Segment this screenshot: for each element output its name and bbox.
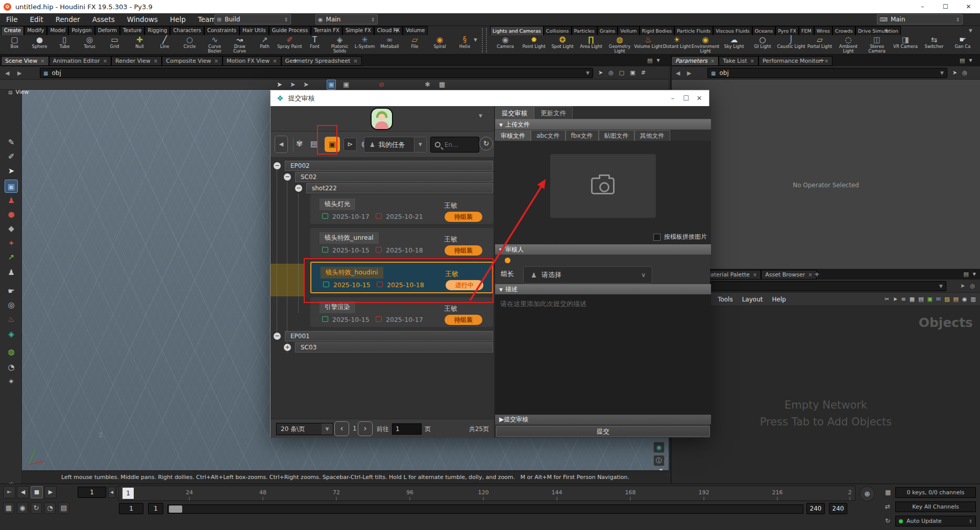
shelf-tab[interactable]: Texture — [120, 26, 145, 35]
stitch-checkbox[interactable] — [653, 234, 660, 241]
shelf-tool[interactable]: ▢ Box — [2, 35, 27, 55]
file-type-tab[interactable]: fbx文件 — [566, 130, 599, 141]
playbar-options-button[interactable]: ⊕ — [860, 486, 875, 501]
add-pane-tab-button[interactable]: + — [816, 56, 828, 65]
shelf-tool[interactable]: ☀ Distant Light — [663, 35, 691, 55]
path-tool-icon[interactable]: ➤ — [598, 69, 603, 76]
shelf-tab[interactable]: Terrain FX — [311, 26, 342, 35]
range-substart-field[interactable] — [148, 503, 163, 514]
shelf-tool[interactable]: ◍ Geometry Light — [605, 35, 634, 55]
camera-selector[interactable]: ◉ Main ⇕ — [315, 14, 378, 24]
shelf-tab[interactable]: Grains — [597, 26, 618, 35]
side-tool-icon[interactable]: ✴ — [5, 375, 18, 388]
video-filter-icon[interactable]: ⊳ — [344, 138, 357, 151]
side-tool-icon[interactable]: ● — [5, 208, 18, 221]
shelf-overflow-icon[interactable]: ▼ — [969, 28, 972, 33]
network-menu-item[interactable]: Tools — [713, 296, 738, 303]
shelf-tab[interactable]: FEM — [799, 26, 814, 35]
shelf-tool[interactable]: ∞ Metaball — [377, 35, 402, 55]
menu-item[interactable]: Help — [164, 15, 192, 23]
playbar-option-icon[interactable]: ▦ — [3, 502, 14, 514]
key-all-icon[interactable]: ⇄ — [885, 503, 890, 510]
pane-tab[interactable]: Scene View× — [1, 56, 49, 66]
close-tab-icon[interactable]: × — [353, 58, 357, 64]
shelf-tab[interactable]: Rigging — [144, 26, 170, 35]
pane-dropdown-icon[interactable]: ▼ — [973, 272, 976, 276]
viewport-tool-icon[interactable]: ▣ — [343, 80, 349, 89]
side-tool-icon[interactable]: ☛ — [5, 285, 18, 298]
shelf-tab[interactable]: Wires — [814, 26, 832, 35]
update-mode-selector[interactable]: Auto Update ⇕ — [895, 516, 976, 526]
close-tab-icon[interactable]: × — [710, 58, 715, 64]
shelf-tab[interactable]: Polygon — [68, 26, 94, 35]
shelf-tab[interactable]: Particle Fluids — [674, 26, 713, 35]
shelf-tool[interactable]: ∿ Curve Bezier — [202, 35, 227, 55]
menu-item[interactable]: Edit — [24, 15, 50, 23]
close-tab-icon[interactable]: × — [103, 58, 107, 64]
cook-refresh-icon[interactable]: ↻ — [885, 517, 890, 524]
shelf-tool[interactable]: ▱ File — [402, 35, 427, 55]
shelf-tab[interactable]: Modify — [24, 26, 47, 35]
reviewer-section-header[interactable]: ▼审核人 — [495, 244, 711, 255]
task-card[interactable]: 镜头特效_houdini 王敏 2025-10-15 2025-10-18 进行… — [310, 262, 493, 293]
pane-tab[interactable]: Take List× — [719, 56, 758, 66]
shelf-tool[interactable]: ◉ Environment Light — [691, 35, 720, 55]
viewport-tool-icon[interactable]: ▣ — [327, 80, 336, 90]
spinner-icon[interactable]: ⇕ — [281, 17, 288, 22]
shelf-tool[interactable]: ● Sphere — [27, 35, 52, 55]
add-shelf-tab-button[interactable]: + — [884, 27, 889, 34]
shelf-tool[interactable]: T Font — [302, 35, 327, 55]
network-editor[interactable]: Objects Empty Network Press Tab to Add O… — [672, 306, 980, 484]
viewport-tool-icon[interactable]: ❄ — [425, 80, 430, 89]
user-avatar[interactable] — [371, 108, 393, 130]
pane-tab[interactable]: Motion FX View× — [223, 56, 281, 66]
shelf-tab[interactable]: Constraints — [204, 26, 239, 35]
shelf-tab[interactable]: Pyro FX — [775, 26, 799, 35]
side-tool-icon[interactable]: ◎ — [5, 298, 18, 312]
transport-button[interactable]: ▶ — [44, 486, 57, 498]
playbar-option-icon[interactable]: ◔ — [44, 502, 56, 514]
shelf-tool[interactable]: ✹ Point Light — [520, 35, 548, 55]
path-tool-icon[interactable]: ◎ — [608, 69, 614, 76]
upload-section-header[interactable]: ▼上传文件 — [495, 119, 711, 130]
side-tool-icon[interactable]: ◍ — [5, 345, 18, 359]
viewport-label[interactable]: View — [16, 89, 29, 95]
path-dropdown-icon[interactable]: ▼ — [940, 70, 944, 75]
pane-dropdown-icon[interactable]: ▼ — [969, 58, 972, 63]
viewport-tool-icon[interactable]: ➤ — [303, 80, 309, 89]
dialog-minimize-button[interactable]: – — [666, 94, 679, 102]
refresh-button[interactable]: ↻ — [479, 137, 493, 150]
pane-menu-icons[interactable]: ▤ ▼ — [960, 57, 972, 64]
expand-toggle-icon[interactable]: − — [295, 185, 302, 192]
shelf-tab[interactable]: Lights and Cameras — [490, 26, 544, 35]
close-tab-icon[interactable]: × — [750, 58, 754, 64]
transport-button[interactable]: ◀ — [17, 486, 29, 498]
pin-icon[interactable]: ➤ — [960, 283, 965, 289]
playbar-option-icon[interactable]: ◉ — [17, 502, 28, 514]
page-size-dropdown[interactable]: 20 条\页 ▼ — [276, 423, 333, 435]
pane-grid-icon[interactable]: ▤ — [960, 57, 965, 64]
minimize-button[interactable]: – — [911, 0, 934, 13]
shelf-overflow-icon[interactable]: ▼ — [474, 37, 477, 42]
shelf-tab[interactable]: Viscous Fluids — [713, 26, 752, 35]
shelf-tool[interactable]: ∏ Area Light — [577, 35, 605, 55]
side-tool-icon[interactable]: ↗ — [5, 250, 18, 264]
network-tool-icon[interactable]: ▣ — [927, 296, 933, 302]
task-scope-dropdown[interactable]: ♟ 我的任务 ▼ — [364, 137, 427, 153]
key-all-channels-button[interactable]: Key All Channels — [895, 501, 976, 512]
shelf-tab[interactable]: Volume — [403, 26, 428, 35]
network-tool-icon[interactable]: ✂ — [885, 296, 889, 302]
side-tool-icon[interactable]: ✐ — [5, 150, 18, 163]
pane-tab[interactable]: Parameters× — [671, 56, 719, 66]
side-tool-icon[interactable]: ◈ — [5, 327, 18, 341]
shelf-tab[interactable]: Rigid Bodies — [640, 26, 675, 35]
file-type-tab[interactable]: 审核文件 — [495, 130, 531, 141]
shelf-tool[interactable]: ✐ Spray Paint — [277, 35, 302, 55]
side-tool-icon[interactable]: ♨ — [5, 313, 18, 326]
task-search-box[interactable] — [430, 137, 479, 153]
path-tool-icon[interactable]: ▣ — [630, 69, 635, 76]
transport-button[interactable]: ⇤ — [3, 486, 15, 498]
desktop-selector[interactable]: ⊞ Build ⇕ — [214, 14, 291, 24]
shelf-tool[interactable]: ╱ Line — [152, 35, 177, 55]
network-tool-icon[interactable]: ≡ — [901, 296, 906, 302]
